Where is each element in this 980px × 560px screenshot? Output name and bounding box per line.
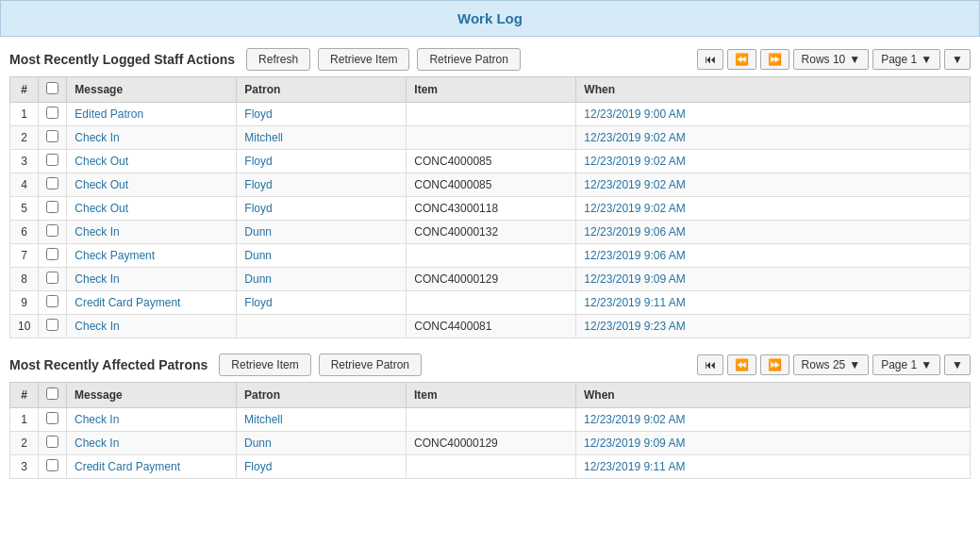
- message-link[interactable]: Credit Card Payment: [75, 460, 180, 473]
- row-check[interactable]: [46, 248, 58, 260]
- message-link[interactable]: Check Out: [75, 155, 128, 168]
- message-link[interactable]: Check In: [75, 320, 119, 333]
- col-header-num-2: #: [10, 383, 39, 408]
- row-checkbox[interactable]: [39, 315, 67, 338]
- row-check[interactable]: [46, 436, 58, 448]
- row-checkbox[interactable]: [39, 291, 67, 315]
- section-2-table: # Message Patron Item When 1 Check In Mi…: [9, 382, 971, 479]
- page-wrapper: Work Log Most Recently Logged Staff Acti…: [0, 0, 980, 560]
- row-check[interactable]: [46, 412, 58, 424]
- next-page-button-1[interactable]: ⏩: [760, 49, 789, 70]
- refresh-button[interactable]: Refresh: [246, 48, 310, 71]
- patron-link[interactable]: Floyd: [244, 107, 272, 121]
- row-patron: Dunn: [237, 432, 407, 455]
- section-2: Most Recently Affected Patrons Retrieve …: [0, 354, 980, 479]
- patron-link[interactable]: Floyd: [244, 296, 272, 309]
- rows-dropdown-1[interactable]: Rows 10 ▼: [793, 49, 870, 70]
- row-check[interactable]: [46, 107, 58, 119]
- row-check[interactable]: [46, 224, 58, 237]
- row-num: 1: [10, 408, 39, 432]
- row-checkbox[interactable]: [39, 244, 67, 268]
- select-all-checkbox-2[interactable]: [46, 387, 58, 400]
- message-link[interactable]: Check In: [75, 131, 119, 144]
- row-item: [407, 455, 576, 479]
- patron-link[interactable]: Floyd: [244, 155, 272, 168]
- message-link[interactable]: Edited Patron: [75, 107, 143, 121]
- first-page-button-2[interactable]: ⏮: [697, 354, 723, 375]
- retrieve-patron-button-2[interactable]: Retrieve Patron: [319, 354, 422, 376]
- patron-link[interactable]: Floyd: [244, 460, 272, 473]
- first-page-button-1[interactable]: ⏮: [697, 49, 723, 70]
- patron-link[interactable]: Floyd: [244, 178, 272, 191]
- patron-link[interactable]: Dunn: [244, 249, 272, 262]
- row-checkbox[interactable]: [39, 173, 67, 197]
- row-patron: Floyd: [237, 103, 407, 126]
- section-1-header: Most Recently Logged Staff Actions Refre…: [9, 48, 971, 71]
- row-patron: Floyd: [237, 455, 407, 479]
- row-checkbox[interactable]: [39, 408, 67, 432]
- retrieve-item-button-1[interactable]: Retrieve Item: [318, 48, 409, 71]
- retrieve-item-button-2[interactable]: Retrieve Item: [219, 354, 310, 376]
- message-link[interactable]: Check In: [75, 225, 119, 239]
- row-check[interactable]: [46, 177, 58, 189]
- patron-link[interactable]: Floyd: [244, 202, 272, 215]
- col-header-check-1: [39, 77, 67, 103]
- select-all-checkbox-1[interactable]: [46, 82, 58, 94]
- message-link[interactable]: Check In: [75, 272, 119, 286]
- row-checkbox[interactable]: [39, 126, 67, 150]
- row-checkbox[interactable]: [39, 455, 67, 479]
- row-message: Check In: [67, 315, 237, 338]
- row-checkbox[interactable]: [39, 197, 67, 221]
- row-check[interactable]: [46, 272, 58, 284]
- prev-page-button-2[interactable]: ⏪: [727, 354, 756, 375]
- row-num: 9: [10, 291, 39, 315]
- section-2-title: Most Recently Affected Patrons: [9, 357, 208, 372]
- row-item: [407, 244, 576, 268]
- message-link[interactable]: Check In: [75, 436, 119, 450]
- patron-link[interactable]: Dunn: [244, 436, 272, 450]
- col-header-message-2: Message: [67, 383, 237, 408]
- row-message: Check In: [67, 408, 237, 432]
- table-row: 7 Check Payment Dunn 12/23/2019 9:06 AM: [10, 244, 971, 268]
- next-page-button-2[interactable]: ⏩: [760, 354, 789, 375]
- options-button-2[interactable]: ▼: [944, 354, 971, 375]
- chevron-down-icon-rows-1: ▼: [849, 53, 860, 66]
- table-row: 2 Check In Mitchell 12/23/2019 9:02 AM: [10, 126, 971, 150]
- options-button-1[interactable]: ▼: [944, 49, 971, 70]
- col-header-num-1: #: [10, 77, 39, 103]
- row-check[interactable]: [46, 459, 58, 471]
- row-check[interactable]: [46, 295, 58, 307]
- message-link[interactable]: Check Payment: [75, 249, 155, 262]
- row-check[interactable]: [46, 201, 58, 213]
- patron-link[interactable]: Mitchell: [244, 413, 283, 426]
- row-when: 12/23/2019 9:02 AM: [576, 126, 971, 150]
- patron-link[interactable]: Dunn: [244, 272, 272, 286]
- row-num: 4: [10, 173, 39, 197]
- message-link[interactable]: Check Out: [75, 178, 128, 191]
- message-link[interactable]: Check In: [75, 413, 119, 426]
- patron-link[interactable]: Dunn: [244, 225, 272, 239]
- row-patron: Floyd: [237, 197, 407, 221]
- rows-dropdown-2[interactable]: Rows 25 ▼: [793, 354, 870, 375]
- row-check[interactable]: [46, 154, 58, 166]
- message-link[interactable]: Credit Card Payment: [75, 296, 180, 309]
- row-check[interactable]: [46, 319, 58, 331]
- retrieve-patron-button-1[interactable]: Retrieve Patron: [417, 48, 520, 71]
- row-checkbox[interactable]: [39, 268, 67, 291]
- row-checkbox[interactable]: [39, 103, 67, 126]
- patron-link[interactable]: Mitchell: [244, 131, 283, 144]
- section-1-title: Most Recently Logged Staff Actions: [9, 52, 235, 67]
- page-dropdown-2[interactable]: Page 1 ▼: [872, 354, 940, 375]
- page-dropdown-1[interactable]: Page 1 ▼: [872, 49, 940, 70]
- prev-page-button-1[interactable]: ⏪: [727, 49, 756, 70]
- row-message: Check In: [67, 432, 237, 455]
- row-checkbox[interactable]: [39, 221, 67, 244]
- row-checkbox[interactable]: [39, 432, 67, 455]
- row-checkbox[interactable]: [39, 150, 67, 173]
- chevron-down-icon-page-1: ▼: [921, 53, 932, 66]
- message-link[interactable]: Check Out: [75, 202, 128, 215]
- row-item: CONC4000085: [407, 150, 576, 173]
- row-when: 12/23/2019 9:00 AM: [576, 103, 971, 126]
- nav-controls-2: ⏮ ⏪ ⏩ Rows 25 ▼ Page 1 ▼ ▼: [697, 354, 971, 375]
- row-check[interactable]: [46, 130, 58, 142]
